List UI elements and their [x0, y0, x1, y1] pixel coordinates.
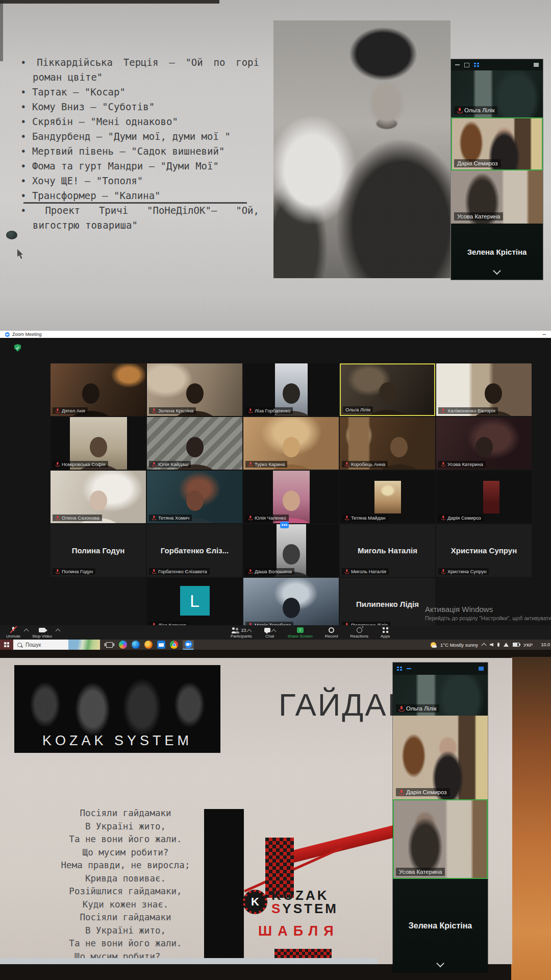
- record-button[interactable]: Record: [325, 627, 338, 639]
- video-tile[interactable]: Тетяна Хомич: [147, 471, 242, 523]
- participant-label: Дарія Семироз: [454, 159, 501, 167]
- video-tile[interactable]: Зелена Крістіна: [147, 363, 242, 416]
- chat-chevron[interactable]: [271, 629, 276, 634]
- participant-name: Христина Супрун: [447, 569, 486, 574]
- participants-grid: Дятел Аня Зелена Крістіна Ліза Горбатенк…: [51, 363, 533, 631]
- participants-chevron[interactable]: [247, 629, 252, 634]
- name-tile[interactable]: Христина СупрунХристина Супрун: [436, 524, 532, 577]
- volume-icon[interactable]: [490, 643, 493, 647]
- record-icon: [329, 627, 334, 633]
- name-tile[interactable]: Миголь НаталіяМиголь Наталія: [340, 524, 435, 577]
- participant-name: Ліза Горбатенко: [255, 408, 290, 413]
- weather-icon[interactable]: [431, 642, 436, 648]
- video-tile[interactable]: Усова Катерина: [393, 799, 488, 879]
- video-options-chevron[interactable]: [56, 629, 61, 634]
- avatar-letter: L: [180, 586, 210, 616]
- video-tile[interactable]: Олена Сазонова: [51, 471, 146, 523]
- participants-button[interactable]: 23Participants: [231, 627, 252, 639]
- video-tile[interactable]: Юлія Кайдаш: [147, 417, 242, 470]
- video-tile[interactable]: Юлія Чаленко: [243, 471, 339, 523]
- window-titlebar[interactable]: Zoom Meeting –: [0, 331, 551, 338]
- zoom-overlay-panel[interactable]: Ольга Лілік Дарія Семироз Усова Катерина…: [451, 59, 543, 280]
- security-shield-icon[interactable]: ✓: [14, 344, 21, 352]
- share-screen-button[interactable]: ↑Share Screen: [288, 627, 313, 639]
- video-tile[interactable]: Халімоненко Вікторія: [436, 363, 532, 416]
- window-control-icon[interactable]: [479, 667, 484, 671]
- tray-mic-icon[interactable]: [497, 643, 499, 647]
- tray-expand-chevron[interactable]: [482, 643, 487, 648]
- video-tile[interactable]: Дарія Семироз: [451, 117, 543, 170]
- presentation-slide-haidamaky: KOZAK SYSTEM ГАЙДАМАКИ Посіяли гайдамаки…: [0, 650, 551, 980]
- video-tile[interactable]: Тетяна Майдан: [340, 471, 435, 523]
- window-title: Zoom Meeting: [12, 332, 42, 337]
- minimize-icon[interactable]: [407, 668, 411, 669]
- video-tile[interactable]: Зелена Крістіна: [393, 879, 488, 972]
- video-tile[interactable]: Коробець Анна: [340, 417, 435, 470]
- muted-mic-icon: [399, 790, 404, 795]
- chrome-icon[interactable]: [170, 641, 178, 649]
- logo-text: SYSTEM: [271, 902, 338, 915]
- video-tile[interactable]: Дарія Семироз: [393, 716, 488, 799]
- window-control-icon[interactable]: [534, 63, 539, 67]
- video-tile[interactable]: Дарія Семироз: [436, 471, 532, 523]
- network-icon[interactable]: [504, 643, 509, 647]
- apps-button[interactable]: Apps: [381, 627, 390, 639]
- mic-options-chevron[interactable]: [24, 629, 29, 634]
- video-tile[interactable]: Ольга Лілік: [393, 675, 488, 716]
- reactions-button[interactable]: Reactions: [350, 627, 369, 639]
- video-tile[interactable]: Номіровська Софія: [51, 417, 146, 470]
- stop-video-button[interactable]: Stop Video: [32, 627, 52, 639]
- edge-beta-icon[interactable]: [119, 641, 127, 649]
- start-button[interactable]: [0, 640, 13, 650]
- video-tile[interactable]: Даша Волошина: [243, 524, 339, 577]
- zoom-overlay-panel[interactable]: Ольга Лілік Дарія Семироз Усова Катерина…: [393, 663, 488, 972]
- video-tile[interactable]: Усова Катерина: [436, 417, 532, 470]
- zoom-taskbar-active[interactable]: [183, 640, 194, 650]
- muted-mic-icon: [56, 569, 59, 574]
- language-indicator[interactable]: УКР: [523, 642, 533, 648]
- song-list: Піккардійська Терція — "Ой по горі роман…: [20, 55, 259, 233]
- video-tile[interactable]: Турко Карина: [243, 417, 339, 470]
- restore-icon[interactable]: [464, 63, 469, 67]
- video-tile[interactable]: Зелена Крістіна: [451, 224, 543, 280]
- video-tile[interactable]: Ольга Лілік: [451, 70, 543, 117]
- minimize-button[interactable]: –: [542, 332, 546, 337]
- taskbar-search[interactable]: Пошук: [13, 640, 100, 650]
- minimize-icon[interactable]: [455, 64, 460, 65]
- edge-icon[interactable]: [132, 641, 140, 649]
- chat-button[interactable]: Chat: [264, 627, 276, 639]
- taskbar-apps: [119, 640, 194, 650]
- unmute-button[interactable]: Unmute: [6, 627, 20, 639]
- lyrics-line: Розійшлися гайдамаки,: [17, 885, 234, 898]
- song-item: Фома та гурт Мандри — "Думи Мої": [20, 159, 259, 174]
- notification-badge[interactable]: [280, 522, 289, 528]
- weather-text[interactable]: 1°C Mostly sunny: [440, 642, 478, 648]
- participants-count: 23: [241, 628, 246, 632]
- participant-name: Дарія Семироз: [447, 515, 481, 521]
- video-tile-active-speaker[interactable]: Ольга Лілік: [340, 363, 435, 416]
- name-tile[interactable]: Полина ГодунПолина Годун: [51, 524, 146, 577]
- muted-mic-icon: [457, 108, 462, 113]
- muted-mic-icon: [248, 569, 252, 574]
- search-highlight-image: [68, 640, 100, 650]
- name-tile[interactable]: Пилипенко ЛідіяПилипенко Лідія: [340, 578, 435, 630]
- gallery-view-icon[interactable]: [397, 667, 402, 671]
- battery-icon[interactable]: [513, 643, 519, 647]
- gallery-view-icon[interactable]: [474, 63, 479, 67]
- mail-icon[interactable]: [157, 641, 165, 649]
- meeting-toolbar: Активація Windows Перейдіть до розділу "…: [0, 625, 551, 640]
- video-tile[interactable]: Марія Теребило: [243, 578, 339, 630]
- clock[interactable]: 10.0: [537, 642, 550, 647]
- firefox-icon[interactable]: [144, 641, 153, 649]
- participant-name: Коробець Анна: [351, 461, 385, 467]
- video-tile[interactable]: Усова Катерина: [451, 170, 543, 224]
- participant-name: Зелена Крістіна: [393, 879, 488, 972]
- avatar-tile[interactable]: LЛіза Ковшар: [147, 578, 242, 630]
- task-view-icon[interactable]: [106, 642, 113, 648]
- participant-name: Дарія Семироз: [406, 789, 447, 795]
- song-item: Скрябін — "Мені однаково": [20, 114, 259, 129]
- participant-name: Усова Катерина: [399, 869, 442, 875]
- video-tile[interactable]: Ліза Горбатенко: [243, 363, 339, 416]
- name-tile[interactable]: Горбатенко Єліз...Горбатенко Єлізавета: [147, 524, 242, 577]
- video-tile[interactable]: Дятел Аня: [51, 363, 146, 416]
